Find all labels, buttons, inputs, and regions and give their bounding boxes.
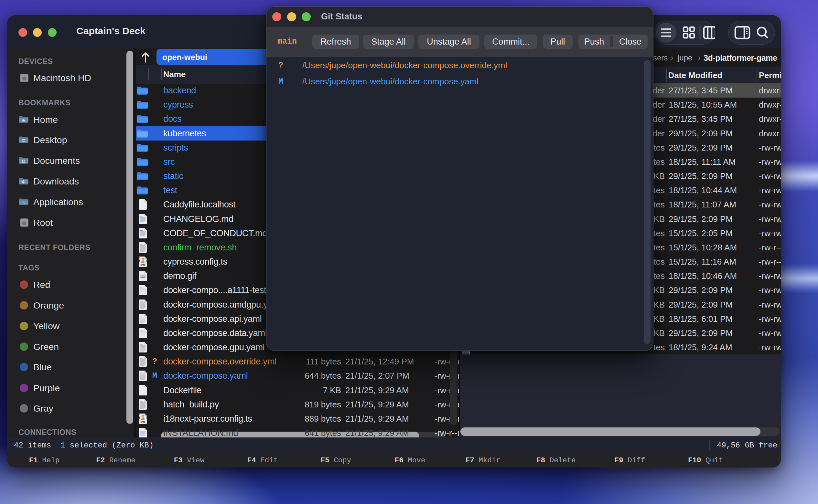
- svg-text:MPEG: MPEG: [141, 264, 145, 266]
- svg-text:MPEG: MPEG: [141, 421, 145, 423]
- svg-text:A: A: [23, 201, 25, 205]
